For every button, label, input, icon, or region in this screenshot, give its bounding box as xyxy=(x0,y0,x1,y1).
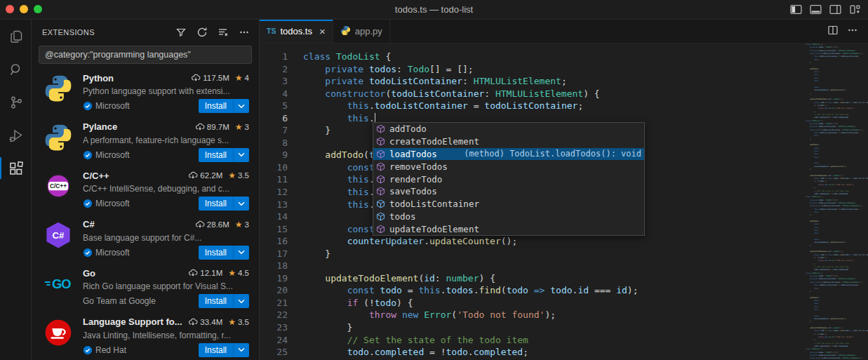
tab-todos-ts[interactable]: TS todos.ts × xyxy=(260,20,333,43)
split-editor-icon[interactable] xyxy=(827,25,839,39)
install-button[interactable]: Install xyxy=(199,294,249,308)
install-button[interactable]: Install xyxy=(199,343,249,357)
install-dropdown[interactable] xyxy=(234,294,249,308)
more-actions-icon[interactable] xyxy=(236,25,252,40)
verified-publisher-icon xyxy=(83,150,93,160)
chevron-down-icon xyxy=(238,201,245,206)
refresh-icon[interactable] xyxy=(194,25,210,40)
install-button[interactable]: Install xyxy=(199,99,249,113)
star-icon: ★ xyxy=(228,317,236,327)
star-icon: ★ xyxy=(228,171,236,180)
suggestion-label: createTodoElement xyxy=(389,136,479,147)
line-number: 14 xyxy=(260,211,288,223)
extension-row[interactable]: Pylance89.7M★3A performant, feature-rich… xyxy=(32,116,259,166)
line-number: 23 xyxy=(260,321,288,334)
extension-row[interactable]: C/C++C/C++62.2M★3.5C/C++ IntelliSense, d… xyxy=(32,165,259,214)
code-line: 4 constructor(todoListContainer: HTMLULi… xyxy=(260,88,806,100)
extension-row[interactable]: GOGo12.1M★4.5Rich Go language support fo… xyxy=(32,262,259,312)
suggestion-item[interactable]: renderTodo xyxy=(373,173,644,185)
close-tab-icon[interactable]: × xyxy=(319,25,326,37)
publisher-name: Red Hat xyxy=(95,345,126,355)
minimap[interactable]: class TodoList { private todos: Todo[] =… xyxy=(806,44,868,360)
extension-row[interactable]: C#C#28.6M★3Base language support for C#.… xyxy=(32,214,259,263)
field-symbol-icon xyxy=(376,199,387,208)
suggestion-item[interactable]: todos xyxy=(373,211,644,223)
line-number: 17 xyxy=(260,248,288,260)
suggestion-item[interactable]: addTodo xyxy=(373,123,644,135)
suggestion-label: updateTodoElement xyxy=(389,224,479,234)
install-dropdown[interactable] xyxy=(234,148,249,162)
star-icon: ★ xyxy=(235,122,243,132)
extension-row[interactable]: Python117.5M★4Python language support wi… xyxy=(32,67,259,116)
star-icon: ★ xyxy=(235,220,243,229)
install-dropdown[interactable] xyxy=(234,246,249,260)
install-button[interactable]: Install xyxy=(199,148,249,162)
code-line: 16 counterUpdater.updateCounter(); xyxy=(260,235,806,248)
extensions-icon[interactable] xyxy=(0,152,32,185)
more-actions-icon[interactable] xyxy=(847,25,858,39)
toggle-primary-sidebar-icon[interactable] xyxy=(790,4,802,15)
extensions-search-input[interactable] xyxy=(39,46,252,64)
intellisense-suggest-widget: addTodocreateTodoElementloadTodos(method… xyxy=(373,122,645,236)
code-line: 22 throw new Error('Todo not found'); xyxy=(260,309,806,321)
suggestion-label: addTodo xyxy=(389,124,427,134)
tab-app-py[interactable]: app.py xyxy=(333,20,390,43)
method-symbol-icon xyxy=(376,124,387,133)
suggestion-item[interactable]: saveTodos xyxy=(373,185,644,198)
install-button[interactable]: Install xyxy=(199,246,249,260)
toggle-panel-icon[interactable] xyxy=(810,4,822,15)
explorer-icon[interactable] xyxy=(0,20,32,53)
line-number: 4 xyxy=(260,88,288,100)
toggle-secondary-sidebar-icon[interactable] xyxy=(829,4,841,15)
python-icon xyxy=(44,74,73,103)
extension-name: Go xyxy=(83,268,188,279)
customize-layout-icon[interactable] xyxy=(849,4,861,15)
code-line: 2 private todos: Todo[] = []; xyxy=(260,63,806,76)
run-debug-icon[interactable] xyxy=(0,119,32,152)
chevron-down-icon xyxy=(238,152,245,157)
line-number: 18 xyxy=(260,260,288,272)
suggestion-label: renderTodo xyxy=(389,174,442,185)
install-dropdown[interactable] xyxy=(234,343,249,357)
code-line: 18 xyxy=(260,260,806,272)
code-line: 25 todo.completed = !todo.completed; xyxy=(260,346,806,359)
sidebar-title: EXTENSIONS xyxy=(42,28,173,36)
install-button[interactable]: Install xyxy=(199,196,249,211)
line-number: 11 xyxy=(260,173,288,186)
suggestion-label: loadTodos xyxy=(389,149,437,159)
chevron-down-icon xyxy=(238,299,245,304)
install-dropdown[interactable] xyxy=(234,196,249,211)
extension-description: C/C++ IntelliSense, debugging, and c... xyxy=(83,182,249,195)
suggestion-label: removeTodos xyxy=(389,161,448,172)
install-dropdown[interactable] xyxy=(234,99,249,113)
code-line: 3 private todoListContainer: HTMLUListEl… xyxy=(260,75,806,88)
suggestion-item[interactable]: todoListContainer xyxy=(373,198,644,211)
svg-text:C/C++: C/C++ xyxy=(50,182,67,189)
method-symbol-icon xyxy=(376,137,387,146)
suggestion-item[interactable]: updateTodoElement xyxy=(373,222,644,235)
titlebar: todos.ts — todo-list xyxy=(0,0,868,20)
line-number: 2 xyxy=(260,63,288,76)
tab-label: todos.ts xyxy=(280,26,312,36)
line-number: 22 xyxy=(260,309,288,321)
java-icon xyxy=(44,318,73,347)
extension-row[interactable]: Language Support fo...33.4M★3.5Java Lint… xyxy=(32,312,259,360)
tab-bar: TS todos.ts × app.py xyxy=(260,20,868,44)
method-symbol-icon xyxy=(376,225,387,234)
line-number: 10 xyxy=(260,161,288,174)
publisher-name: Microsoft xyxy=(95,248,130,258)
install-label: Install xyxy=(199,343,233,357)
suggestion-item[interactable]: removeTodos xyxy=(373,160,644,173)
source-control-icon[interactable] xyxy=(0,86,32,119)
suggestion-item[interactable]: loadTodos(method) TodoList.loadTodos(): … xyxy=(373,148,644,161)
line-number: 3 xyxy=(260,75,288,88)
clear-search-results-icon[interactable] xyxy=(215,25,231,40)
extension-name: Language Support fo... xyxy=(83,316,188,327)
search-icon[interactable] xyxy=(0,53,32,86)
suggestion-detail: (method) TodoList.loadTodos(): void xyxy=(454,149,641,159)
code-line: 19 updateTodoElement(id: number) { xyxy=(260,272,806,285)
chevron-down-icon xyxy=(238,250,245,255)
suggestion-item[interactable]: createTodoElement xyxy=(373,135,644,148)
line-number: 19 xyxy=(260,272,288,285)
filter-icon[interactable] xyxy=(173,25,189,40)
